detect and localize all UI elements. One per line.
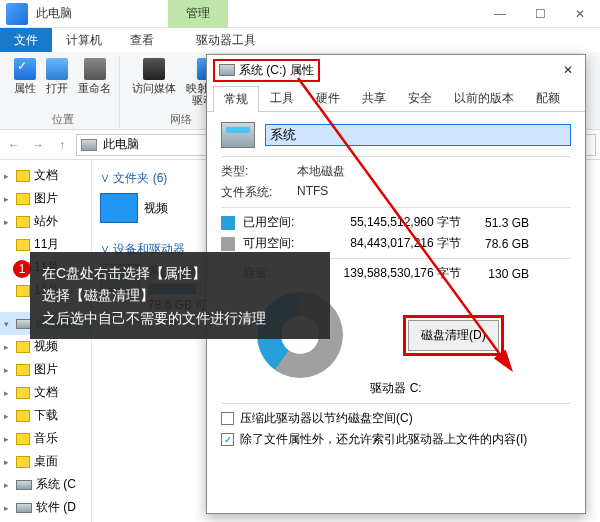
rename-icon [84,58,106,80]
nav-label: 桌面 [34,453,58,470]
free-label: 可用空间: [243,235,303,252]
disk-cleanup-button[interactable]: 磁盘清理(D) [408,320,499,351]
group-location-label: 位置 [52,112,74,127]
ribbon-tabs: 文件 计算机 查看 驱动器工具 [0,28,600,52]
maximize-button[interactable]: ☐ [520,0,560,28]
back-button[interactable]: ← [4,138,24,152]
tab-tools[interactable]: 工具 [259,85,305,111]
capacity-bytes: 139,588,530,176 字节 [311,265,461,282]
group-network-label: 网络 [170,112,192,127]
nav-label: 音乐 [34,430,58,447]
nav-label: 文档 [34,167,58,184]
annotation-line: 选择【磁盘清理】 [42,284,318,306]
dialog-tabs: 常规 工具 硬件 共享 安全 以前的版本 配额 [207,85,585,112]
up-button[interactable]: ↑ [52,138,72,152]
dialog-titlebar: 系统 (C:) 属性 ✕ [207,55,585,85]
checkbox-icon [221,412,234,425]
dialog-close-button[interactable]: ✕ [557,61,579,79]
annotation-line: 之后选中自己不需要的文件进行清理 [42,307,318,329]
tab-hardware[interactable]: 硬件 [305,85,351,111]
tab-view[interactable]: 查看 [116,28,168,52]
navigation-pane: ▸文档 ▸图片 ▸站外 11月 11月 11月 ▾此电脑 ▸视频 ▸图片 ▸文档… [0,160,92,522]
tab-general[interactable]: 常规 [213,86,259,112]
folder-label: 视频 [144,200,168,217]
forward-button[interactable]: → [28,138,48,152]
free-bytes: 84,443,017,216 字节 [311,235,461,252]
tab-previous[interactable]: 以前的版本 [443,85,525,111]
folder-icon [16,193,30,205]
annotation-line: 在C盘处右击选择【属性】 [42,262,318,284]
nav-label: 图片 [34,190,58,207]
nav-item[interactable]: ▸音乐 [0,427,91,450]
open-button[interactable]: 打开 [44,56,70,96]
tab-quota[interactable]: 配额 [525,85,571,111]
nav-item[interactable]: ▸系统 (C [0,473,91,496]
titlebar: 此电脑 管理 — ☐ ✕ [0,0,600,28]
nav-label: 视频 [34,338,58,355]
nav-label: 软件 (D [36,499,76,516]
folder-icon [16,170,30,182]
tab-security[interactable]: 安全 [397,85,443,111]
rename-label: 重命名 [78,82,111,94]
folder-icon [16,456,30,468]
folder-icon [16,341,30,353]
nav-label: 图片 [34,361,58,378]
minimize-button[interactable]: — [480,0,520,28]
used-gb: 51.3 GB [469,216,529,230]
folder-icon [16,410,30,422]
folder-icon [100,193,138,223]
type-value: 本地磁盘 [297,163,345,180]
folder-icon [16,433,30,445]
drive-icon [16,480,32,490]
properties-icon [14,58,36,80]
nav-item[interactable]: ▸文档 [0,381,91,404]
compress-checkbox[interactable]: 压缩此驱动器以节约磁盘空间(C) [221,410,571,427]
index-label: 除了文件属性外，还允许索引此驱动器上文件的内容(I) [240,431,527,448]
window-title: 此电脑 [36,5,72,22]
tab-computer[interactable]: 计算机 [52,28,116,52]
tab-sharing[interactable]: 共享 [351,85,397,111]
media-icon [143,58,165,80]
nav-item[interactable]: ▸软件 (D [0,496,91,519]
fs-value: NTFS [297,184,328,201]
nav-item[interactable]: ▸图片 [0,358,91,381]
folder-icon [16,285,30,297]
drive-large-icon [221,122,255,148]
drive-icon [16,503,32,513]
index-checkbox[interactable]: ✓ 除了文件属性外，还允许索引此驱动器上文件的内容(I) [221,431,571,448]
close-button[interactable]: ✕ [560,0,600,28]
used-bytes: 55,145,512,960 字节 [311,214,461,231]
ribbon-group-location: 属性 打开 重命名 位置 [6,56,120,127]
type-label: 类型: [221,163,297,180]
folder-icon [16,364,30,376]
dialog-title: 系统 (C:) 属性 [239,62,314,79]
open-label: 打开 [46,82,68,94]
drive-name-input[interactable] [265,124,571,146]
open-icon [46,58,68,80]
nav-item[interactable]: ▸文档 [0,164,91,187]
nav-item[interactable]: ▸图片 [0,187,91,210]
fs-label: 文件系统: [221,184,297,201]
drive-caption: 驱动器 C: [221,380,571,397]
free-gb: 78.6 GB [469,237,529,251]
drive-icon [219,64,235,76]
tab-drive-tools[interactable]: 驱动器工具 [182,28,270,52]
folder-icon [16,387,30,399]
nav-label: 11月 [34,236,59,253]
nav-item[interactable]: ▸桌面 [0,450,91,473]
properties-button[interactable]: 属性 [12,56,38,96]
folder-icon [16,239,30,251]
folder-item[interactable]: 视频 [100,193,168,223]
management-context-tab[interactable]: 管理 [168,0,228,28]
app-icon [6,3,28,25]
nav-item[interactable]: ▸站外 [0,210,91,233]
access-media-button[interactable]: 访问媒体 [130,56,178,108]
tab-file[interactable]: 文件 [0,28,52,52]
address-text: 此电脑 [103,136,139,153]
access-media-label: 访问媒体 [132,82,176,94]
nav-item[interactable]: ▸下载 [0,404,91,427]
rename-button[interactable]: 重命名 [76,56,113,96]
nav-label: 系统 (C [36,476,76,493]
cleanup-highlight: 磁盘清理(D) [403,315,504,356]
window-controls: — ☐ ✕ [480,0,600,28]
